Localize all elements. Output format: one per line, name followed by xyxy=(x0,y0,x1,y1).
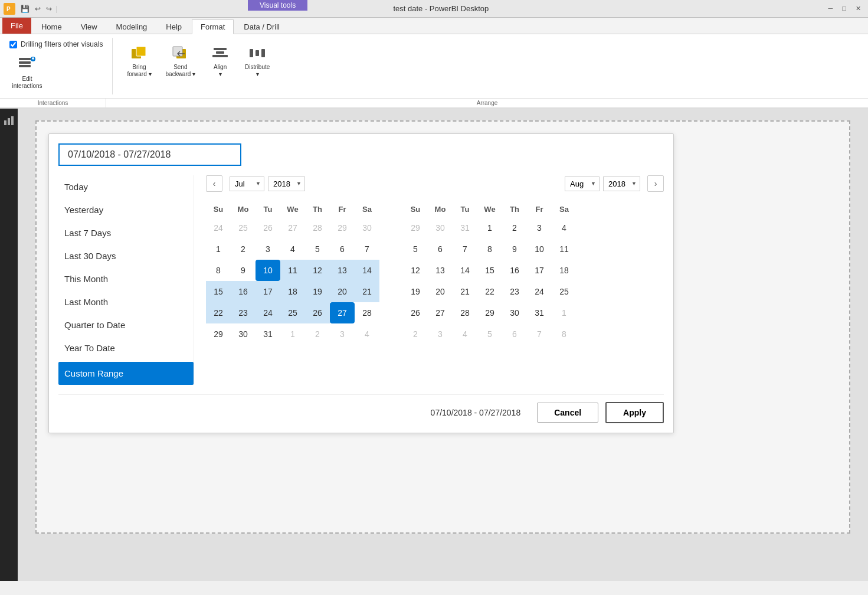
table-row[interactable]: 19 xyxy=(403,281,428,302)
table-row[interactable]: 25 xyxy=(231,217,256,238)
table-row[interactable]: 9 xyxy=(231,260,256,281)
table-row[interactable]: 4 xyxy=(453,323,477,345)
edit-interactions-btn[interactable]: Editinteractions xyxy=(9,52,45,92)
table-row[interactable]: 27 xyxy=(280,217,305,238)
quick-select-quarter[interactable]: Quarter to Date xyxy=(58,313,194,336)
table-row[interactable]: 30 xyxy=(428,217,453,238)
table-row[interactable]: 10 xyxy=(256,260,280,281)
left-month-select[interactable]: JanFebMarAprMayJunJulAugSepOctNovDec xyxy=(230,176,264,191)
table-row[interactable]: 19 xyxy=(305,281,330,302)
cancel-button[interactable]: Cancel xyxy=(537,403,598,423)
tab-format[interactable]: Format xyxy=(192,19,234,34)
table-row[interactable]: 23 xyxy=(231,302,256,323)
table-row[interactable]: 1 xyxy=(280,323,305,345)
right-year-select[interactable]: 20162017201820192020 xyxy=(603,176,640,191)
table-row[interactable]: 20 xyxy=(330,281,355,302)
table-row[interactable]: 6 xyxy=(428,238,453,260)
table-row[interactable]: 23 xyxy=(502,281,527,302)
table-row[interactable]: 2 xyxy=(231,238,256,260)
table-row[interactable]: 15 xyxy=(206,281,231,302)
send-backward-btn[interactable]: Sendbackward ▾ xyxy=(161,40,201,80)
table-row[interactable]: 28 xyxy=(305,217,330,238)
left-year-select[interactable]: 20162017201820192020 xyxy=(268,176,305,191)
table-row[interactable]: 5 xyxy=(477,323,502,345)
tab-help[interactable]: Help xyxy=(157,19,191,34)
table-row[interactable]: 8 xyxy=(477,238,502,260)
tab-home[interactable]: Home xyxy=(32,19,71,34)
table-row[interactable]: 3 xyxy=(330,323,355,345)
table-row[interactable]: 22 xyxy=(206,302,231,323)
table-row[interactable]: 22 xyxy=(477,281,502,302)
table-row[interactable]: 16 xyxy=(502,260,527,281)
table-row[interactable]: 15 xyxy=(477,260,502,281)
table-row[interactable]: 30 xyxy=(355,217,379,238)
next-month-btn[interactable]: › xyxy=(647,175,664,192)
table-row[interactable]: 21 xyxy=(453,281,477,302)
table-row[interactable]: 25 xyxy=(552,281,577,302)
table-row[interactable]: 6 xyxy=(330,238,355,260)
maximize-btn[interactable]: □ xyxy=(838,4,850,13)
table-row[interactable]: 8 xyxy=(206,260,231,281)
table-row[interactable]: 3 xyxy=(256,238,280,260)
table-row[interactable]: 4 xyxy=(280,238,305,260)
table-row[interactable]: 27 xyxy=(330,302,355,323)
table-row[interactable]: 5 xyxy=(403,238,428,260)
date-range-input[interactable] xyxy=(58,143,241,166)
align-btn[interactable]: Align▾ xyxy=(205,40,235,80)
tab-file[interactable]: File xyxy=(2,18,31,34)
tab-data-drill[interactable]: Data / Drill xyxy=(235,19,289,34)
table-row[interactable]: 26 xyxy=(403,302,428,323)
table-row[interactable]: 4 xyxy=(552,217,577,238)
table-row[interactable]: 18 xyxy=(552,260,577,281)
table-row[interactable]: 7 xyxy=(355,238,379,260)
table-row[interactable]: 17 xyxy=(256,281,280,302)
redo-icon[interactable]: ↪ xyxy=(44,4,54,14)
table-row[interactable]: 30 xyxy=(502,302,527,323)
table-row[interactable]: 18 xyxy=(280,281,305,302)
table-row[interactable]: 16 xyxy=(231,281,256,302)
quick-select-thismonth[interactable]: This Month xyxy=(58,267,194,290)
table-row[interactable]: 24 xyxy=(256,302,280,323)
table-row[interactable]: 12 xyxy=(403,260,428,281)
quick-select-last7[interactable]: Last 7 Days xyxy=(58,221,194,244)
undo-icon[interactable]: ↩ xyxy=(33,4,42,14)
table-row[interactable]: 11 xyxy=(552,238,577,260)
table-row[interactable]: 8 xyxy=(552,323,577,345)
table-row[interactable]: 12 xyxy=(305,260,330,281)
table-row[interactable]: 6 xyxy=(502,323,527,345)
bring-forward-btn[interactable]: Bringforward ▾ xyxy=(122,40,156,80)
minimize-btn[interactable]: ─ xyxy=(825,4,837,13)
close-btn[interactable]: ✕ xyxy=(852,4,864,13)
table-row[interactable]: 24 xyxy=(527,281,552,302)
table-row[interactable]: 31 xyxy=(453,217,477,238)
table-row[interactable]: 13 xyxy=(330,260,355,281)
sidebar-chart-icon[interactable] xyxy=(2,113,16,128)
table-row[interactable]: 28 xyxy=(453,302,477,323)
table-row[interactable]: 2 xyxy=(403,323,428,345)
quick-select-last30[interactable]: Last 30 Days xyxy=(58,244,194,267)
table-row[interactable]: 4 xyxy=(355,323,379,345)
table-row[interactable]: 29 xyxy=(330,217,355,238)
table-row[interactable]: 31 xyxy=(256,323,280,345)
table-row[interactable]: 20 xyxy=(428,281,453,302)
table-row[interactable]: 28 xyxy=(355,302,379,323)
table-row[interactable]: 29 xyxy=(403,217,428,238)
table-row[interactable]: 3 xyxy=(428,323,453,345)
quick-select-yesterday[interactable]: Yesterday xyxy=(58,198,194,221)
table-row[interactable]: 10 xyxy=(527,238,552,260)
table-row[interactable]: 26 xyxy=(256,217,280,238)
table-row[interactable]: 24 xyxy=(206,217,231,238)
distribute-btn[interactable]: Distribute▾ xyxy=(240,40,274,80)
table-row[interactable]: 9 xyxy=(502,238,527,260)
table-row[interactable]: 31 xyxy=(527,302,552,323)
prev-month-btn[interactable]: ‹ xyxy=(206,175,222,192)
table-row[interactable]: 14 xyxy=(355,260,379,281)
table-row[interactable]: 2 xyxy=(502,217,527,238)
table-row[interactable]: 25 xyxy=(280,302,305,323)
table-row[interactable]: 29 xyxy=(477,302,502,323)
right-month-select[interactable]: JanFebMarAprMayJunJulAugSepOctNovDec xyxy=(565,176,600,191)
table-row[interactable]: 17 xyxy=(527,260,552,281)
table-row[interactable]: 14 xyxy=(453,260,477,281)
table-row[interactable]: 1 xyxy=(552,302,577,323)
apply-button[interactable]: Apply xyxy=(605,402,664,423)
